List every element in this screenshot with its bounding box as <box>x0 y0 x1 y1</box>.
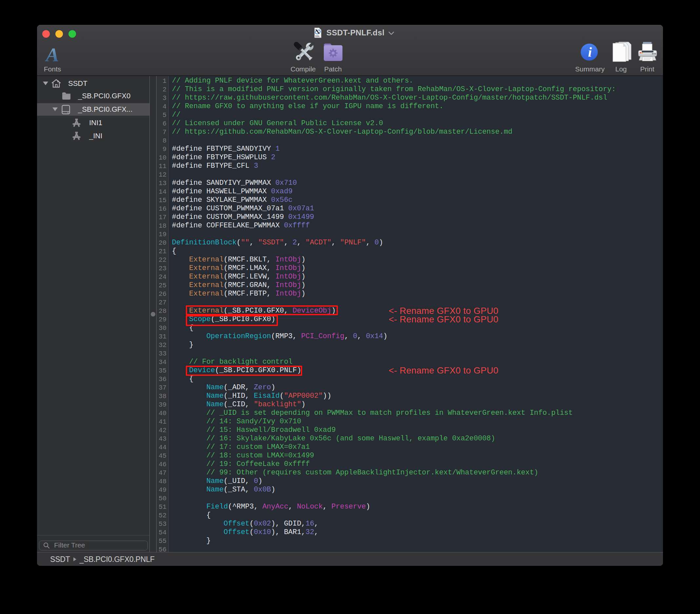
svg-text:i: i <box>588 45 592 60</box>
svg-text:DSL: DSL <box>315 35 320 37</box>
